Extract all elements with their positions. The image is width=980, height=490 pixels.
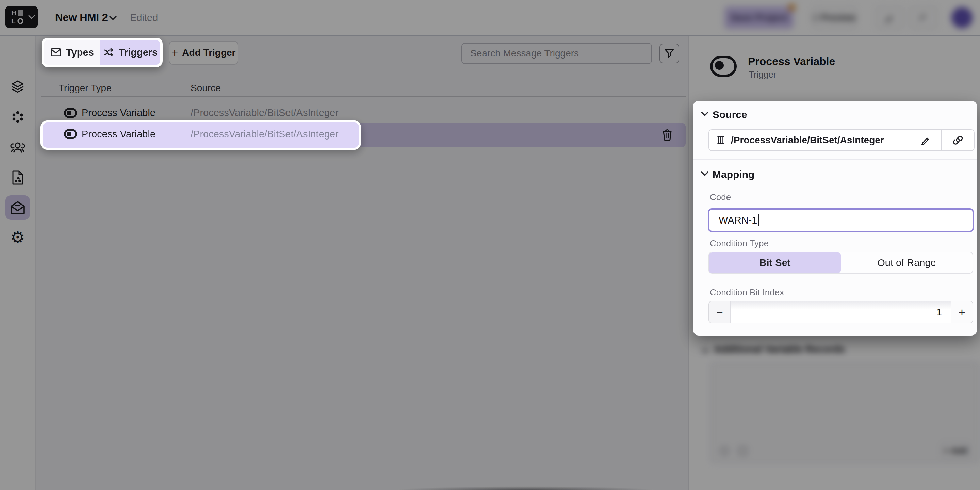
source-section-header: Source — [713, 109, 747, 121]
code-value: WARN-1 — [719, 215, 757, 226]
source-cell: /ProcessVariable/BitSet/AsInteger — [191, 129, 339, 140]
increment-button[interactable]: + — [951, 301, 972, 323]
link-icon — [952, 134, 964, 146]
tab-triggers[interactable]: Triggers — [100, 40, 160, 65]
source-path-value: /ProcessVariable/BitSet/AsInteger — [731, 135, 884, 146]
trigger-config-card: Source /ProcessVariable/BitSet/AsInteger — [693, 101, 977, 336]
source-chevron-icon[interactable] — [701, 111, 708, 116]
app-root: H L New HMI 2 Edited Save Project — [0, 0, 980, 490]
mapping-chevron-icon[interactable] — [701, 172, 708, 176]
option-bit-set[interactable]: Bit Set — [709, 253, 841, 273]
source-value-field[interactable]: /ProcessVariable/BitSet/AsInteger — [709, 130, 908, 150]
link-source-button[interactable] — [941, 130, 974, 150]
bit-index-value[interactable]: 1 — [731, 301, 951, 323]
tab-types-label: Types — [66, 47, 94, 58]
tab-triggers-label: Triggers — [119, 47, 158, 58]
selected-trigger-row[interactable]: Process Variable /ProcessVariable/BitSet… — [40, 121, 361, 150]
condition-type-segmented: Bit Set Out of Range — [708, 252, 973, 274]
envelope-icon — [50, 48, 61, 57]
condition-type-label: Condition Type — [710, 238, 769, 249]
trigger-type-cell: Process Variable — [82, 129, 156, 140]
code-label: Code — [710, 192, 731, 202]
bit-index-stepper: − 1 + — [708, 301, 973, 323]
toggle-icon — [64, 129, 77, 139]
section-divider — [693, 159, 977, 160]
condition-bit-index-label: Condition Bit Index — [710, 287, 784, 298]
shuffle-icon — [103, 47, 114, 57]
message-tabs: Types Triggers — [44, 40, 160, 65]
code-input[interactable]: WARN-1 — [708, 208, 974, 232]
text-caret — [758, 214, 759, 226]
message-tabs-spotlight: Types Triggers — [41, 38, 163, 67]
tour-tooltip-shadow — [363, 486, 688, 490]
mapping-section-header: Mapping — [713, 169, 754, 180]
tab-types[interactable]: Types — [44, 40, 100, 65]
source-field-group: /ProcessVariable/BitSet/AsInteger — [708, 129, 975, 151]
decrement-button[interactable]: − — [709, 301, 731, 323]
bitset-bars-icon — [716, 135, 725, 145]
pencil-icon — [920, 135, 931, 146]
edit-source-button[interactable] — [908, 130, 941, 150]
option-out-of-range[interactable]: Out of Range — [841, 253, 972, 273]
